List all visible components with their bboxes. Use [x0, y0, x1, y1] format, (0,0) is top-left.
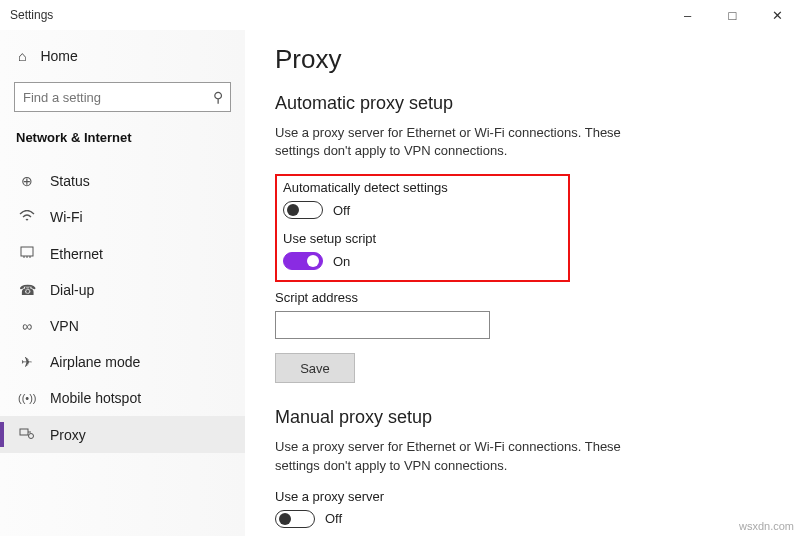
highlight-box: Automatically detect settings Off Use se…: [275, 174, 570, 282]
airplane-icon: ✈: [18, 354, 36, 370]
script-toggle[interactable]: [283, 252, 323, 270]
use-proxy-state: Off: [325, 511, 342, 526]
minimize-button[interactable]: –: [665, 0, 710, 30]
script-label: Use setup script: [283, 231, 448, 246]
script-toggle-state: On: [333, 254, 350, 269]
svg-rect-0: [21, 247, 33, 256]
sidebar-item-label: Airplane mode: [50, 354, 140, 370]
titlebar: Settings – □ ✕: [0, 0, 800, 30]
use-proxy-toggle[interactable]: [275, 510, 315, 528]
svg-rect-1: [20, 429, 28, 435]
sidebar-item-ethernet[interactable]: Ethernet: [0, 235, 245, 272]
sidebar-item-airplane[interactable]: ✈ Airplane mode: [0, 344, 245, 380]
dialup-icon: ☎: [18, 282, 36, 298]
window-title: Settings: [10, 8, 53, 22]
sidebar-item-label: Mobile hotspot: [50, 390, 141, 406]
detect-toggle[interactable]: [283, 201, 323, 219]
script-address-input[interactable]: [275, 311, 490, 339]
sidebar-item-wifi[interactable]: Wi-Fi: [0, 199, 245, 235]
sidebar-item-label: Proxy: [50, 427, 86, 443]
script-address-label: Script address: [275, 290, 770, 305]
ethernet-icon: [18, 245, 36, 262]
home-button[interactable]: ⌂ Home: [0, 40, 245, 72]
sidebar: ⌂ Home ⚲ Network & Internet ⊕ Status Wi-…: [0, 30, 245, 536]
hotspot-icon: ((•)): [18, 392, 36, 404]
sidebar-item-label: VPN: [50, 318, 79, 334]
home-icon: ⌂: [18, 48, 26, 64]
vpn-icon: ∞: [18, 318, 36, 334]
home-label: Home: [40, 48, 77, 64]
save-button[interactable]: Save: [275, 353, 355, 383]
use-proxy-label: Use a proxy server: [275, 489, 770, 504]
sidebar-item-label: Status: [50, 173, 90, 189]
close-button[interactable]: ✕: [755, 0, 800, 30]
sidebar-item-hotspot[interactable]: ((•)) Mobile hotspot: [0, 380, 245, 416]
detect-label: Automatically detect settings: [283, 180, 448, 195]
wifi-icon: [18, 209, 36, 225]
status-icon: ⊕: [18, 173, 36, 189]
svg-point-2: [29, 434, 34, 439]
main-content: Proxy Automatic proxy setup Use a proxy …: [245, 30, 800, 536]
sidebar-item-label: Wi-Fi: [50, 209, 83, 225]
section-heading: Network & Internet: [0, 124, 245, 157]
watermark: wsxdn.com: [739, 520, 794, 532]
sidebar-item-label: Ethernet: [50, 246, 103, 262]
manual-heading: Manual proxy setup: [275, 407, 770, 428]
sidebar-item-label: Dial-up: [50, 282, 94, 298]
sidebar-item-dialup[interactable]: ☎ Dial-up: [0, 272, 245, 308]
detect-toggle-state: Off: [333, 203, 350, 218]
sidebar-item-proxy[interactable]: Proxy: [0, 416, 245, 453]
auto-desc: Use a proxy server for Ethernet or Wi-Fi…: [275, 124, 645, 160]
search-input[interactable]: [14, 82, 231, 112]
auto-heading: Automatic proxy setup: [275, 93, 770, 114]
maximize-button[interactable]: □: [710, 0, 755, 30]
manual-desc: Use a proxy server for Ethernet or Wi-Fi…: [275, 438, 645, 474]
sidebar-item-vpn[interactable]: ∞ VPN: [0, 308, 245, 344]
search-icon: ⚲: [213, 89, 223, 105]
sidebar-item-status[interactable]: ⊕ Status: [0, 163, 245, 199]
proxy-icon: [18, 426, 36, 443]
page-title: Proxy: [275, 44, 770, 75]
